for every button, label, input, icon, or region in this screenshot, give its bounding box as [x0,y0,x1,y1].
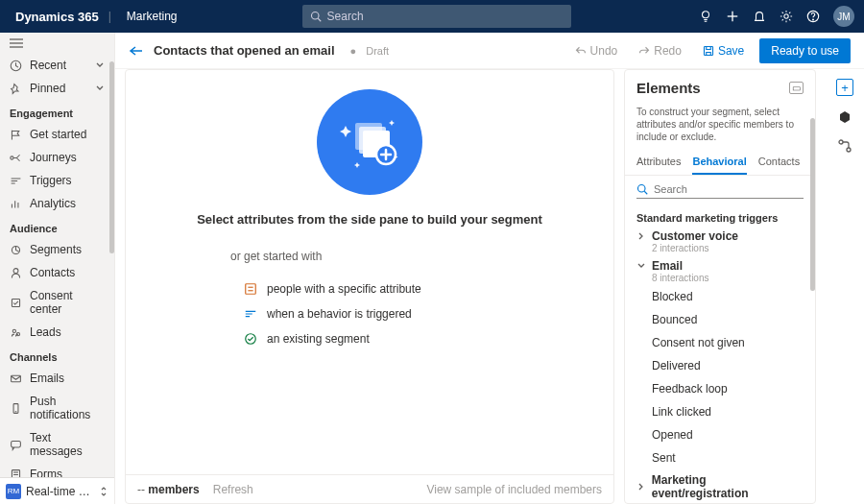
nav-segments[interactable]: Segments [0,238,114,261]
svg-point-35 [246,334,256,345]
chevron-down-icon [95,60,105,70]
save-button[interactable]: Save [697,40,750,61]
area-picker[interactable]: RM Real-time marketi… [0,477,114,504]
redo-button[interactable]: Redo [633,40,687,61]
interaction-bounced[interactable]: Bounced [625,308,815,331]
interaction-consent-not-given[interactable]: Consent not given [625,331,815,354]
svg-point-38 [839,140,843,144]
sidebar-scrollbar[interactable] [109,61,114,253]
interaction-delivered[interactable]: Delivered [625,354,815,377]
nav-label: Journeys [30,151,77,164]
panel-collapse-icon[interactable]: ▭ [789,82,804,94]
nav-label: Emails [30,372,64,385]
area-token: RM [6,484,21,499]
panel-search-input[interactable] [654,183,804,195]
interaction-link-clicked[interactable]: Link clicked [625,400,815,423]
nav-label: Segments [30,243,82,256]
nav-analytics[interactable]: Analytics [0,192,114,215]
nav-label: Consent center [30,289,105,316]
nav-pinned[interactable]: Pinned [0,77,114,100]
behavior-icon [244,307,257,321]
option-attribute[interactable]: people with a specific attribute [230,276,509,301]
plus-icon[interactable] [726,10,739,23]
interaction-blocked[interactable]: Blocked [625,285,815,308]
interaction-feedback-loop[interactable]: Feedback loop [625,377,815,400]
group-customer-voice-count: 2 interactions [625,243,815,255]
page-title: Contacts that opened an email [154,43,335,58]
panel-search[interactable] [636,183,804,199]
bell-icon[interactable] [753,10,766,23]
svg-rect-23 [12,441,21,447]
nav-label: Contacts [30,266,75,279]
gear-icon[interactable] [780,10,793,23]
option-behavior[interactable]: when a behavior is triggered [230,301,509,326]
app-name: Dynamics 365 [10,10,108,24]
refresh-link[interactable]: Refresh [213,483,253,496]
chevron-right-icon [636,482,646,492]
nav-contacts[interactable]: Contacts [0,261,114,284]
interaction-opened[interactable]: Opened [625,423,815,446]
tab-behavioral[interactable]: Behavioral [692,151,746,175]
group-customer-voice[interactable]: Customer voice [625,226,815,243]
hamburger-icon[interactable] [0,33,114,54]
group-marketing-event[interactable]: Marketing event/registration [625,469,815,500]
group-email[interactable]: Email [625,255,815,273]
panel-title: Elements [636,80,701,96]
nav-consent[interactable]: Consent center [0,284,114,321]
nav-section-audience: Audience [0,215,114,238]
svg-point-36 [638,185,646,193]
nav-journeys[interactable]: Journeys [0,146,114,169]
nav-section-engagement: Engagement [0,100,114,123]
leads-icon [10,326,22,339]
option-existing-segment[interactable]: an existing segment [230,326,509,351]
nav-push[interactable]: Push notifications [0,390,114,426]
right-rail: + [826,69,864,504]
svg-rect-27 [704,46,712,55]
help-icon[interactable] [806,10,820,23]
push-icon [10,402,22,415]
nav-text[interactable]: Text messages [0,426,114,463]
pin-icon [10,83,22,95]
search-icon [310,11,322,22]
back-button[interactable] [129,45,144,57]
nav-label: Triggers [30,174,72,187]
clock-icon [10,60,22,72]
panel-scrollbar[interactable] [810,118,815,291]
svg-rect-20 [12,375,21,382]
command-bar: Contacts that opened an email ● Draft Un… [115,33,864,69]
chart-icon [10,198,22,210]
canvas-footer: -- members Refresh View sample of includ… [126,474,613,503]
chevron-right-icon [636,231,646,241]
elements-panel: Elements ▭ To construct your segment, se… [624,69,816,504]
canvas-heading: Select attributes from the side pane to … [197,212,542,227]
undo-button[interactable]: Undo [569,40,624,61]
svg-point-2 [703,12,709,18]
flow-icon[interactable] [837,138,852,154]
nav-emails[interactable]: Emails [0,367,114,390]
undo-icon [575,45,587,57]
nav-get-started[interactable]: Get started [0,123,114,146]
tab-contacts[interactable]: Contacts [758,151,800,175]
global-search[interactable]: Search [302,5,571,28]
chevron-down-icon [95,84,105,93]
nav-label: Text messages [30,431,105,458]
nav-recent[interactable]: Recent [0,54,114,77]
nav-triggers[interactable]: Triggers [0,169,114,192]
module-name: Marketing [119,10,178,23]
add-element-icon[interactable]: + [836,79,853,96]
ready-to-use-button[interactable]: Ready to use [759,38,851,63]
tab-attributes[interactable]: Attributes [636,151,681,175]
panel-description: To construct your segment, select attrib… [625,100,815,151]
target-icon[interactable] [837,109,852,125]
search-icon [636,183,648,195]
consent-icon [10,297,22,309]
user-avatar[interactable]: JM [833,6,854,27]
app-divider: | [108,10,119,23]
sms-icon [10,439,22,451]
lightbulb-icon[interactable] [699,10,712,23]
view-sample-link[interactable]: View sample of included members [426,483,602,496]
interaction-sent[interactable]: Sent [625,446,815,469]
members-count: -- members [137,483,200,496]
nav-section-channels: Channels [0,344,114,367]
nav-leads[interactable]: Leads [0,321,114,344]
